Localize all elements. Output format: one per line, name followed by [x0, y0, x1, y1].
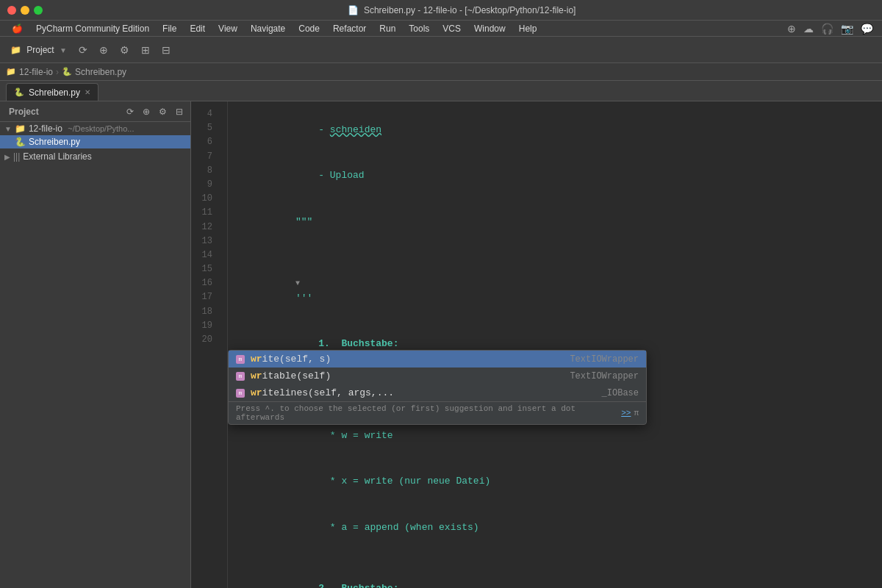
autocomplete-item-write[interactable]: m write(self, s) TextIOWrapper — [229, 351, 646, 368]
ln-14: 14 — [191, 248, 220, 262]
sidebar-settings-btn[interactable]: ⚙ — [156, 105, 170, 118]
ln-10: 10 — [191, 192, 220, 206]
ln-12: 12 — [191, 220, 220, 234]
editor[interactable]: 4 5 6 7 8 9 10 11 12 13 14 15 16 17 18 1… — [191, 101, 882, 588]
code-content[interactable]: - schneiden - Upload """ ▼ ''' — [228, 101, 882, 588]
folder-icon: 📁 — [15, 123, 26, 134]
ln-17: 17 — [191, 290, 220, 304]
toolbar-icon-1: ⊕ — [784, 23, 799, 35]
menu-run[interactable]: Run — [373, 22, 401, 35]
toolbar-icon-4: 📷 — [838, 23, 856, 35]
menu-view[interactable]: View — [212, 22, 243, 35]
ln-15: 15 — [191, 262, 220, 276]
settings-button[interactable]: ⚙ — [115, 41, 134, 59]
tab-bar: 🐍 Schreiben.py ✕ — [0, 81, 882, 101]
sidebar-item-root-folder[interactable]: ▼ 📁 12-file-io ~/Desktop/Pytho... — [0, 122, 190, 135]
toolbar: 📁 Project ▼ ⟳ ⊕ ⚙ ⊞ ⊟ — [0, 37, 882, 63]
menu-refactor[interactable]: Refactor — [327, 22, 372, 35]
ln-8: 8 — [191, 164, 220, 178]
sidebar-item-schreiben[interactable]: 🐍 Schreiben.py — [0, 135, 190, 148]
autocomplete-label-write: write(self, s) — [251, 354, 564, 365]
autocomplete-type-writable: TextIOWrapper — [570, 371, 639, 381]
add-button[interactable]: ⊕ — [95, 41, 112, 59]
fold-icon-8[interactable]: ▼ — [295, 278, 300, 290]
tab-file-icon: 🐍 — [14, 87, 24, 97]
toolbar-icon-3: 🎧 — [818, 23, 836, 35]
ln-11: 11 — [191, 206, 220, 220]
ln-7: 7 — [191, 150, 220, 164]
line6-text: """ — [295, 216, 312, 227]
sync-button[interactable]: ⟳ — [74, 41, 92, 59]
sidebar-sync-btn[interactable]: ⟳ — [123, 105, 137, 118]
project-selector[interactable]: 📁 Project ▼ — [6, 42, 71, 58]
code-line-14 — [238, 551, 882, 566]
menu-help[interactable]: Help — [513, 22, 543, 35]
ln-20: 20 — [191, 333, 220, 347]
window-title: 📄 Schreiben.py - 12-file-io - [~/Desktop… — [49, 5, 875, 15]
autocomplete-type-writelines: _IOBase — [602, 388, 639, 398]
ln-19: 19 — [191, 319, 220, 333]
breadcrumb-separator: › — [56, 67, 59, 77]
sidebar-add-btn[interactable]: ⊕ — [140, 105, 153, 118]
ext-libs-icon: ||| — [13, 151, 20, 162]
breadcrumb-folder-icon: 📁 — [6, 67, 16, 76]
line5-text: - Upload — [295, 170, 365, 181]
sidebar-expand-btn[interactable]: ⊟ — [173, 105, 186, 118]
line12-text: * x = write (nur neue Datei) — [295, 476, 490, 487]
expand-button[interactable]: ⊟ — [157, 41, 175, 59]
apple-menu[interactable]: 🍎 — [6, 22, 29, 35]
ln-4: 4 — [191, 107, 220, 121]
hint-text: Press ^. to choose the selected (or firs… — [236, 404, 618, 422]
ln-9: 9 — [191, 178, 220, 192]
sidebar-title: Project — [4, 107, 121, 117]
sidebar-tree: ▼ 📁 12-file-io ~/Desktop/Pytho... 🐍 Schr… — [0, 122, 190, 588]
sidebar-item-external-libs[interactable]: ▶ ||| External Libraries — [0, 150, 190, 163]
method-icon-writable: m — [236, 372, 245, 381]
traffic-lights — [7, 6, 43, 15]
sidebar-item-label-root: 12-file-io ~/Desktop/Pytho... — [29, 123, 135, 134]
breadcrumb-item-file[interactable]: Schreiben.py — [75, 67, 126, 77]
breadcrumb: 📁 12-file-io › 🐍 Schreiben.py — [0, 63, 882, 81]
autocomplete-dropdown[interactable]: m write(self, s) TextIOWrapper m writabl… — [228, 350, 647, 425]
menu-code[interactable]: Code — [293, 22, 326, 35]
menu-navigate[interactable]: Navigate — [245, 22, 291, 35]
line4-text: - schneiden — [295, 124, 381, 135]
code-line-6: """ — [238, 199, 882, 245]
tab-schreiben[interactable]: 🐍 Schreiben.py ✕ — [6, 83, 98, 101]
menu-vcs[interactable]: VCS — [437, 22, 467, 35]
ln-16: 16 — [191, 276, 220, 290]
close-button[interactable] — [7, 6, 16, 15]
line8-text: ''' — [295, 293, 312, 304]
code-area: 4 5 6 7 8 9 10 11 12 13 14 15 16 17 18 1… — [191, 101, 882, 588]
hint-link[interactable]: >> — [621, 409, 631, 417]
line15-text: 2. Buchstabe: — [295, 583, 398, 588]
autocomplete-type-write: TextIOWrapper — [570, 354, 639, 365]
menu-file[interactable]: File — [157, 22, 182, 35]
method-icon-write: m — [236, 355, 245, 364]
toolbar-icon-2: ☁ — [800, 23, 817, 35]
line11-text: * w = write — [295, 430, 393, 441]
menu-tools[interactable]: Tools — [403, 22, 435, 35]
breadcrumb-item-root[interactable]: 12-file-io — [19, 67, 53, 77]
autocomplete-item-writable[interactable]: m writable(self) TextIOWrapper — [229, 368, 646, 384]
ln-13: 13 — [191, 234, 220, 248]
pi-icon: π — [634, 409, 639, 417]
line9-text: 1. Buchstabe: — [295, 338, 398, 349]
tab-label: Schreiben.py — [29, 87, 80, 98]
code-line-5: - Upload — [238, 153, 882, 198]
menu-pycharm[interactable]: PyCharm Community Edition — [30, 22, 155, 35]
main-layout: Project ⟳ ⊕ ⚙ ⊟ ▼ 📁 12-file-io ~/Desktop… — [0, 101, 882, 588]
sidebar-item-label-file: Schreiben.py — [29, 137, 80, 147]
tab-close-button[interactable]: ✕ — [85, 88, 90, 96]
code-line-7 — [238, 245, 882, 260]
autocomplete-hint: Press ^. to choose the selected (or firs… — [229, 401, 646, 424]
minimize-button[interactable] — [21, 6, 29, 15]
autocomplete-label-writable: writable(self) — [251, 370, 564, 381]
maximize-button[interactable] — [34, 6, 43, 15]
project-dropdown-icon: ▼ — [60, 46, 67, 54]
code-line-13: * a = append (when exists) — [238, 505, 882, 551]
menu-edit[interactable]: Edit — [184, 22, 211, 35]
collapse-button[interactable]: ⊞ — [137, 41, 154, 59]
menu-window[interactable]: Window — [468, 22, 512, 35]
autocomplete-item-writelines[interactable]: m writelines(self, args,... _IOBase — [229, 384, 646, 401]
